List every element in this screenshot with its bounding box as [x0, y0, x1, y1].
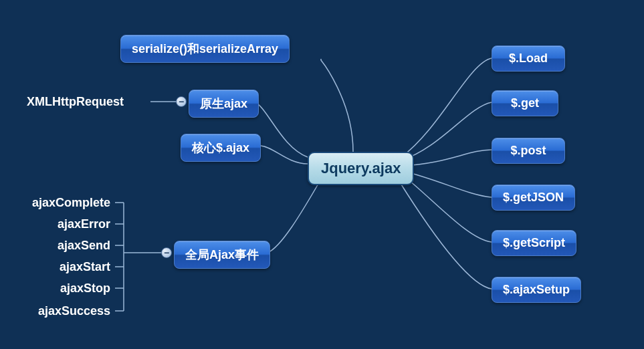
collapse-icon[interactable]: − — [176, 96, 187, 107]
node-getscript[interactable]: $.getScript — [492, 230, 576, 256]
node-native-ajax[interactable]: 原生ajax — [189, 90, 259, 118]
node-global-events-label: 全局Ajax事件 — [185, 248, 259, 261]
node-load[interactable]: $.Load — [492, 45, 565, 72]
central-node[interactable]: Jquery.ajax — [308, 152, 414, 185]
node-core-ajax[interactable]: 核心$.ajax — [181, 134, 261, 162]
leaf-ajaxerror[interactable]: ajaxError — [58, 217, 110, 231]
node-serialize-label: serialize()和serializeArray — [132, 42, 278, 55]
node-global-events[interactable]: 全局Ajax事件 — [174, 241, 270, 269]
node-ajaxsetup[interactable]: $.ajaxSetup — [492, 277, 581, 303]
node-serialize[interactable]: serialize()和serializeArray — [120, 35, 290, 63]
leaf-label: ajaxStart — [60, 260, 110, 273]
node-ajaxsetup-label: $.ajaxSetup — [503, 283, 570, 296]
leaf-xmlhttprequest[interactable]: XMLHttpRequest — [27, 95, 124, 109]
leaf-ajaxcomplete[interactable]: ajaxComplete — [32, 196, 110, 210]
node-post[interactable]: $.post — [492, 138, 565, 164]
node-post-label: $.post — [510, 144, 546, 157]
leaf-ajaxstart[interactable]: ajaxStart — [60, 260, 110, 274]
leaf-ajaxstop[interactable]: ajaxStop — [60, 281, 110, 296]
node-getscript-label: $.getScript — [503, 236, 565, 249]
leaf-xmlhttprequest-label: XMLHttpRequest — [27, 95, 124, 108]
leaf-label: ajaxSuccess — [38, 304, 110, 318]
central-label: Jquery.ajax — [321, 160, 401, 177]
collapse-icon[interactable]: − — [161, 247, 172, 258]
node-load-label: $.Load — [509, 51, 548, 65]
node-core-ajax-label: 核心$.ajax — [192, 141, 249, 154]
leaf-label: ajaxSend — [58, 239, 110, 252]
node-getjson[interactable]: $.getJSON — [492, 185, 575, 211]
node-get-label: $.get — [511, 96, 539, 110]
leaf-ajaxsend[interactable]: ajaxSend — [58, 239, 110, 253]
leaf-label: ajaxError — [58, 217, 110, 231]
node-getjson-label: $.getJSON — [503, 191, 564, 204]
node-native-ajax-label: 原生ajax — [200, 97, 247, 110]
node-get[interactable]: $.get — [492, 90, 558, 116]
leaf-label: ajaxComplete — [32, 196, 110, 209]
leaf-label: ajaxStop — [60, 281, 110, 295]
leaf-ajaxsuccess[interactable]: ajaxSuccess — [38, 304, 110, 318]
